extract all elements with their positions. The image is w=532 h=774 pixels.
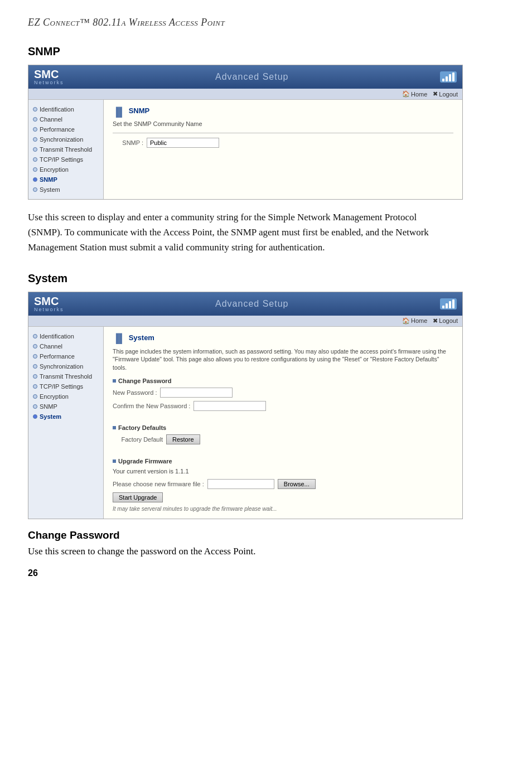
bullet-icon: [113, 459, 116, 463]
system-panel-body: Identification Channel Performance Synch…: [28, 327, 462, 519]
system-header-right: [440, 298, 457, 309]
sidebar-bullet: [33, 374, 37, 379]
change-password-heading: Change Password: [28, 529, 504, 541]
hash-icon: ▐▌: [113, 107, 125, 117]
snmp-sidebar: Identification Channel Performance Synch…: [28, 100, 104, 199]
snmp-divider: [113, 133, 453, 133]
system-panel: SMC Networks Advanced Setup 🏠 Home ✖: [28, 292, 463, 519]
sidebar-bullet: [33, 157, 37, 162]
sys-sidebar-identification[interactable]: Identification: [28, 331, 103, 341]
sidebar-bullet-active: [33, 414, 37, 419]
sidebar-bullet: [33, 404, 37, 409]
sidebar-item-snmp[interactable]: SNMP: [28, 175, 103, 185]
snmp-community-input[interactable]: [147, 138, 219, 148]
sys-sidebar-encryption[interactable]: Encryption: [28, 391, 103, 401]
sidebar-item-channel[interactable]: Channel: [28, 114, 103, 124]
page-title: EZ Connect™ 802.11a Wireless Access Poin…: [28, 17, 504, 28]
sidebar-bullet: [33, 107, 37, 112]
snmp-header-right: [440, 71, 457, 83]
sys-sidebar-performance[interactable]: Performance: [28, 351, 103, 361]
restore-button[interactable]: Restore: [166, 434, 200, 444]
snmp-panel-header: SMC Networks Advanced Setup: [28, 65, 462, 89]
system-header-center: Advanced Setup: [215, 299, 288, 309]
sys-sidebar-tcp[interactable]: TCP/IP Settings: [28, 381, 103, 391]
system-section: System SMC Networks Advanced Setup 🏠: [28, 272, 504, 557]
sidebar-item-synchronization[interactable]: Synchronization: [28, 134, 103, 144]
logout-icon: ✖: [433, 90, 438, 98]
sidebar-item-encryption[interactable]: Encryption: [28, 165, 103, 175]
confirm-password-label: Confirm the New Password :: [113, 403, 190, 409]
system-sidebar: Identification Channel Performance Synch…: [28, 327, 104, 519]
firmware-file-row: Please choose new firmware file : Browse…: [113, 479, 453, 489]
system-content-title: System: [129, 333, 154, 342]
snmp-panel-body: Identification Channel Performance Synch…: [28, 100, 462, 199]
sidebar-item-performance[interactable]: Performance: [28, 124, 103, 134]
page-number: 26: [28, 568, 504, 578]
sidebar-bullet: [33, 167, 37, 172]
home-icon: 🏠: [402, 317, 410, 325]
home-nav-link[interactable]: 🏠 Home: [402, 90, 427, 98]
factory-defaults-row: Factory Default Restore: [113, 434, 453, 444]
home-icon: 🏠: [402, 90, 410, 98]
system-main-content: ▐▌ System This page includes the system …: [104, 327, 462, 519]
system-home-link[interactable]: 🏠 Home: [402, 317, 427, 325]
system-content-description: This page includes the system informatio…: [113, 347, 453, 372]
new-password-input[interactable]: [160, 388, 233, 398]
snmp-content-subtitle: Set the SNMP Community Name: [113, 120, 453, 127]
start-upgrade-row: Start Upgrade: [113, 492, 453, 502]
browse-button[interactable]: Browse...: [278, 479, 316, 489]
firmware-file-label: Please choose new firmware file :: [113, 481, 204, 487]
firmware-file-input[interactable]: [207, 479, 274, 489]
sidebar-bullet: [33, 137, 37, 142]
new-password-row: New Password :: [113, 388, 453, 398]
system-heading: System: [28, 272, 504, 285]
sys-sidebar-transmit[interactable]: Transmit Threshold: [28, 371, 103, 381]
system-nav-bar: 🏠 Home ✖ Logout: [28, 316, 462, 327]
logout-icon: ✖: [433, 317, 438, 325]
signal-icon: [440, 71, 457, 83]
system-content-title-bar: ▐▌ System: [113, 333, 453, 344]
sidebar-bullet: [33, 364, 37, 369]
sidebar-bullet: [33, 127, 37, 132]
firmware-note: It may take serveral minutes to upgrade …: [113, 506, 453, 512]
snmp-form-label: SNMP :: [113, 139, 143, 146]
sidebar-item-tcp-ip[interactable]: TCP/IP Settings: [28, 154, 103, 165]
confirm-password-input[interactable]: [194, 401, 266, 411]
sys-sidebar-system[interactable]: System: [28, 412, 103, 422]
logout-nav-link[interactable]: ✖ Logout: [433, 90, 458, 98]
change-password-description: Use this screen to change the password o…: [28, 546, 504, 557]
snmp-form-row: SNMP :: [113, 138, 453, 148]
snmp-heading: SNMP: [28, 45, 504, 58]
snmp-panel: SMC Networks Advanced Setup 🏠 Home ✖: [28, 65, 463, 200]
firmware-version-text: Your current version is 1.1.1: [113, 468, 453, 475]
sidebar-bullet: [33, 344, 37, 349]
start-upgrade-button[interactable]: Start Upgrade: [113, 492, 163, 502]
snmp-nav-bar: 🏠 Home ✖ Logout: [28, 89, 462, 100]
factory-default-label: Factory Default: [113, 436, 163, 443]
snmp-main-content: ▐▌ SNMP Set the SNMP Community Name SNMP…: [104, 100, 462, 199]
snmp-description: Use this screen to display and enter a c…: [28, 210, 429, 255]
bullet-icon: [113, 379, 116, 383]
sys-sidebar-synchronization[interactable]: Synchronization: [28, 361, 103, 371]
hash-icon: ▐▌: [113, 333, 125, 344]
snmp-content-title-bar: ▐▌ SNMP: [113, 107, 453, 117]
system-logo: SMC Networks: [34, 296, 64, 312]
system-logout-link[interactable]: ✖ Logout: [433, 317, 458, 325]
snmp-content-title: SNMP: [129, 107, 150, 115]
sidebar-bullet: [33, 354, 37, 359]
snmp-section: SNMP SMC Networks Advanced Setup 🏠: [28, 45, 504, 255]
sidebar-bullet-active: [33, 177, 37, 182]
upgrade-firmware-subsection-title: Upgrade Firmware: [113, 458, 453, 465]
sys-sidebar-channel[interactable]: Channel: [28, 341, 103, 351]
sidebar-bullet: [33, 334, 37, 338]
sidebar-bullet: [33, 394, 37, 399]
change-password-subsection-title: Change Password: [113, 378, 453, 384]
sidebar-bullet: [33, 147, 37, 152]
sidebar-item-identification[interactable]: Identification: [28, 104, 103, 114]
snmp-header-center: Advanced Setup: [215, 72, 288, 82]
sidebar-item-system[interactable]: System: [28, 185, 103, 195]
factory-defaults-subsection-title: Factory Defaults: [113, 424, 453, 431]
sidebar-item-transmit-threshold[interactable]: Transmit Threshold: [28, 144, 103, 154]
sys-sidebar-snmp[interactable]: SNMP: [28, 401, 103, 412]
sidebar-bullet: [33, 117, 37, 122]
